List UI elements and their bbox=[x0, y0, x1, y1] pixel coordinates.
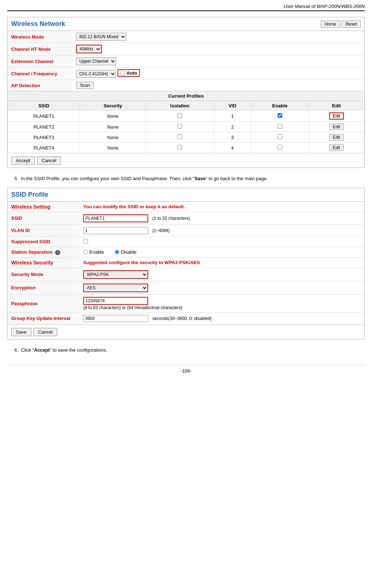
cell-edit: Edit bbox=[309, 111, 364, 122]
cell-isolation bbox=[146, 111, 214, 122]
cell-isolation bbox=[146, 122, 214, 132]
ssid-form-table: Wireless Setting You can modify the SSID… bbox=[8, 202, 364, 325]
enable-checkbox[interactable] bbox=[278, 145, 282, 150]
encryption-value: AES TKIP bbox=[80, 281, 364, 294]
ssid-profile-panel: SSID Profile Wireless Setting You can mo… bbox=[7, 188, 365, 339]
panel-title-buttons: Home Reset bbox=[321, 21, 361, 28]
wireless-network-panel: Wireless Network Home Reset Wireless Mod… bbox=[7, 17, 365, 168]
info-icon[interactable]: i bbox=[55, 250, 60, 255]
vlan-id-label: VLAN ID bbox=[8, 224, 80, 236]
page-footer: -109- bbox=[7, 365, 365, 374]
channel-ht-mode-label: Channel HT Mode bbox=[8, 43, 72, 55]
cell-vid: 2 bbox=[214, 122, 251, 132]
vlan-id-hint: (1~4094) bbox=[152, 228, 170, 233]
ssid-input[interactable] bbox=[83, 214, 148, 222]
station-separation-radios: Enable Disable bbox=[83, 249, 361, 255]
suppressed-ssid-row: Suppressed SSID bbox=[8, 236, 364, 247]
current-profiles-header: Current Profiles bbox=[8, 91, 364, 101]
extension-channel-label: Extension Channel bbox=[8, 55, 72, 67]
wireless-security-label: Wireless Security bbox=[8, 257, 80, 268]
cancel-button-ssid[interactable]: Cancel bbox=[34, 328, 57, 336]
suppressed-ssid-label: Suppressed SSID bbox=[8, 236, 80, 247]
channel-frequency-select[interactable]: Ch1-2.412GHz bbox=[76, 70, 116, 78]
cell-security: None bbox=[80, 132, 146, 143]
suppressed-ssid-checkbox[interactable] bbox=[83, 239, 88, 244]
ssid-panel-footer: Save Cancel bbox=[8, 325, 364, 339]
ssid-profile-title: SSID Profile bbox=[8, 188, 364, 202]
enable-checkbox[interactable] bbox=[278, 113, 282, 118]
cell-edit: Edit bbox=[309, 132, 364, 143]
isolation-checkbox[interactable] bbox=[177, 145, 182, 150]
enable-checkbox[interactable] bbox=[278, 134, 282, 139]
enable-radio-label: Enable bbox=[83, 249, 104, 255]
vlan-id-row: VLAN ID (1~4094) bbox=[8, 224, 364, 236]
vlan-id-value: (1~4094) bbox=[80, 224, 364, 236]
channel-frequency-row: Channel / Frequency Ch1-2.412GHz Auto bbox=[8, 67, 364, 80]
profiles-table-header-row: SSID Security Isolation VID Enable Edit bbox=[8, 101, 364, 111]
reset-button[interactable]: Reset bbox=[342, 21, 361, 28]
isolation-checkbox[interactable] bbox=[177, 134, 182, 139]
auto-label: Auto bbox=[127, 70, 137, 76]
save-button[interactable]: Save bbox=[11, 328, 31, 336]
ssid-row: SSID (1 to 32 characters) bbox=[8, 212, 364, 224]
group-key-value: seconds(30~3600, 0: disabled) bbox=[80, 312, 364, 324]
channel-frequency-label: Channel / Frequency bbox=[8, 67, 72, 80]
group-key-hint: seconds(30~3600, 0: disabled) bbox=[152, 316, 212, 321]
ap-detection-row: AP Detection Scan bbox=[8, 80, 364, 91]
passphrase-input[interactable] bbox=[83, 297, 148, 305]
suppressed-ssid-value bbox=[80, 236, 364, 247]
cell-isolation bbox=[146, 143, 214, 153]
home-button[interactable]: Home bbox=[321, 21, 340, 28]
extension-channel-value: Upper Channel bbox=[72, 55, 364, 67]
edit-button[interactable]: Edit bbox=[329, 112, 344, 120]
step5-content: In the SSID Profile, you can configure y… bbox=[21, 176, 268, 181]
step6-text: 6. Click "Accept" to save the configurat… bbox=[7, 347, 365, 354]
step5-text: 5. In the SSID Profile, you can configur… bbox=[7, 175, 365, 183]
isolation-checkbox[interactable] bbox=[177, 113, 182, 118]
isolation-checkbox[interactable] bbox=[177, 124, 182, 129]
edit-button[interactable]: Edit bbox=[329, 134, 344, 141]
cell-enable bbox=[251, 122, 309, 132]
cell-edit: Edit bbox=[309, 143, 364, 153]
table-row: PLANET4None4Edit bbox=[8, 143, 364, 153]
security-mode-value: WPA2-PSK WPA-PSK None bbox=[80, 268, 364, 281]
col-isolation: Isolation bbox=[146, 101, 214, 111]
vlan-id-input[interactable] bbox=[83, 227, 148, 234]
security-mode-select[interactable]: WPA2-PSK WPA-PSK None bbox=[83, 270, 148, 279]
cell-enable bbox=[251, 132, 309, 143]
page-header: User Manual of WAP-200N/WBS-200N bbox=[7, 4, 365, 11]
profiles-table: SSID Security Isolation VID Enable Edit … bbox=[8, 101, 364, 153]
auto-checkbox[interactable] bbox=[120, 71, 125, 75]
channel-ht-mode-row: Channel HT Mode 40MHz bbox=[8, 43, 364, 55]
auto-checkbox-container: Auto bbox=[118, 69, 140, 77]
cell-ssid: PLANET1 bbox=[8, 111, 80, 122]
wireless-security-warning: Suggested configure the security to WPA2… bbox=[80, 257, 364, 268]
edit-button[interactable]: Edit bbox=[329, 124, 344, 130]
enable-radio[interactable] bbox=[83, 250, 88, 254]
encryption-select[interactable]: AES TKIP bbox=[83, 284, 148, 292]
disable-radio[interactable] bbox=[115, 250, 119, 254]
wireless-network-title: Wireless Network Home Reset bbox=[8, 17, 364, 31]
accept-button[interactable]: Accept bbox=[11, 156, 35, 165]
scan-button[interactable]: Scan bbox=[76, 82, 94, 89]
manual-title: User Manual of WAP-200N/WBS-200N bbox=[284, 4, 365, 9]
edit-button[interactable]: Edit bbox=[329, 144, 344, 151]
channel-ht-mode-select[interactable]: 40MHz bbox=[76, 45, 102, 53]
cell-ssid: PLANET4 bbox=[8, 143, 80, 153]
security-mode-label: Security Mode bbox=[8, 268, 80, 281]
col-ssid: SSID bbox=[8, 101, 80, 111]
cell-vid: 4 bbox=[214, 143, 251, 153]
ap-detection-label: AP Detection bbox=[8, 80, 72, 91]
cell-security: None bbox=[80, 111, 146, 122]
station-separation-value: Enable Disable bbox=[80, 247, 364, 257]
cell-enable bbox=[251, 143, 309, 153]
col-vid: VID bbox=[214, 101, 251, 111]
cancel-button-wn[interactable]: Cancel bbox=[37, 156, 61, 165]
wireless-mode-select[interactable]: 802.11 B/G/N Mixed bbox=[76, 33, 126, 41]
group-key-input[interactable] bbox=[83, 315, 148, 322]
extension-channel-select[interactable]: Upper Channel bbox=[76, 57, 116, 65]
enable-checkbox[interactable] bbox=[278, 124, 282, 129]
cell-enable bbox=[251, 111, 309, 122]
wireless-setting-label: Wireless Setting bbox=[8, 202, 80, 212]
channel-ht-mode-value: 40MHz bbox=[72, 43, 364, 55]
